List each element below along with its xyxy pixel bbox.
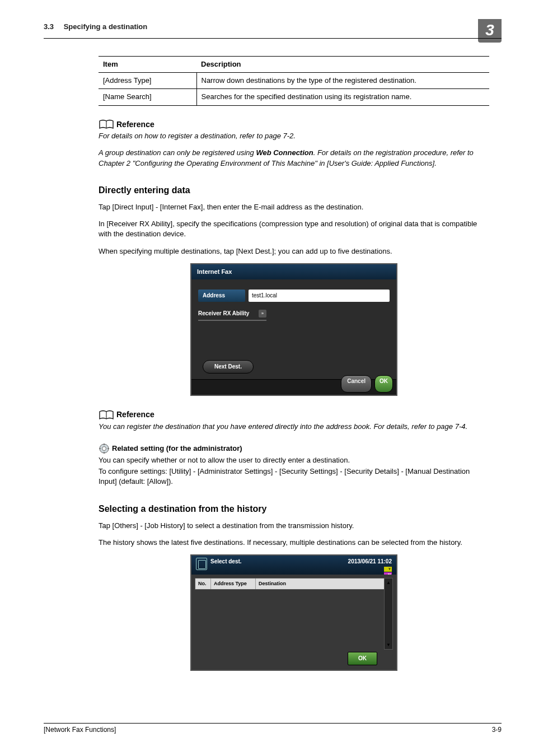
address-input[interactable]: test1.local (249, 290, 390, 302)
description-table: Item Description [Address Type] Narrow d… (99, 56, 489, 106)
section-heading: Selecting a destination from the history (99, 503, 489, 515)
body-text: When specifying multiple destinations, t… (99, 246, 489, 256)
th-desc: Description (196, 57, 489, 73)
body-text: Tap [Direct Input] - [Internet Fax], the… (99, 202, 489, 212)
panel-title: Select dest. (210, 558, 242, 566)
footer-left: [Network Fax Functions] (44, 726, 116, 734)
reference-heading: Reference (99, 119, 489, 130)
reference-title: Reference (116, 119, 154, 130)
reference-heading: Reference (99, 409, 489, 421)
scrollbar[interactable] (384, 578, 393, 650)
cancel-button[interactable]: Cancel (341, 375, 372, 393)
next-dest-button[interactable]: Next Dest. (203, 360, 254, 374)
body-text: You can specify whether or not to allow … (99, 455, 489, 465)
th-item: Item (99, 57, 196, 73)
body-text: The history shows the latest five destin… (99, 538, 489, 548)
reference-body: You can register the destination that yo… (99, 422, 489, 432)
section-number: 3.3 (44, 22, 54, 31)
table-row: [Name Search] Searches for the specified… (99, 89, 489, 105)
cell-desc: Narrow down destinations by the type of … (196, 73, 489, 89)
body-text: In [Receiver RX Ability], specify the sp… (99, 219, 489, 239)
address-label: Address (198, 290, 245, 302)
table-row: [Address Type] Narrow down destinations … (99, 73, 489, 89)
page-footer: [Network Fax Functions] 3-9 (44, 723, 502, 734)
document-icon (196, 558, 207, 570)
reference-p1: You can register the destination that yo… (99, 422, 489, 432)
section-title: Specifying a destination (64, 22, 148, 31)
ok-button[interactable]: OK (348, 652, 377, 665)
reference-title: Reference (116, 409, 154, 421)
book-icon (99, 119, 114, 129)
col-no: No. (195, 578, 211, 589)
chevron-right-icon: » (259, 310, 266, 318)
panel-title: Internet Fax (191, 264, 396, 279)
receiver-rx-ability-button[interactable]: Receiver RX Ability » (198, 310, 266, 321)
related-setting-heading: Related setting (for the administrator) (99, 443, 489, 454)
col-destination: Destination (256, 578, 392, 589)
cell-desc: Searches for the specified destination u… (196, 89, 489, 105)
col-address-type: Address Type (211, 578, 256, 589)
reference-p2: A group destination can only be register… (99, 148, 489, 168)
ok-button[interactable]: OK (374, 375, 393, 393)
book-icon (99, 410, 114, 420)
timestamp: 2013/06/21 11:02 (348, 558, 392, 566)
footer-right: 3-9 (492, 726, 502, 734)
cell-item: [Address Type] (99, 73, 196, 89)
gear-icon (99, 443, 110, 454)
body-text: Tap [Others] - [Job History] to select a… (99, 521, 489, 531)
body-text: To configure settings: [Utility] - [Admi… (99, 466, 489, 487)
chapter-tab: 3 (478, 19, 502, 43)
reference-p1: For details on how to register a destina… (99, 131, 489, 141)
header-rule (44, 38, 502, 39)
select-dest-panel: Select dest. 2013/06/21 11:02 Y M C K No… (190, 554, 397, 671)
running-header: 3.3 Specifying a destination (44, 19, 147, 31)
section-heading: Directly entering data (99, 184, 489, 197)
related-setting-title: Related setting (for the administrator) (112, 444, 242, 454)
svg-point-3 (102, 447, 106, 451)
history-table-header: No. Address Type Destination (195, 578, 393, 590)
reference-body: For details on how to register a destina… (99, 131, 489, 169)
cell-item: [Name Search] (99, 89, 196, 105)
internet-fax-panel: Internet Fax Address test1.local Receive… (190, 263, 397, 396)
